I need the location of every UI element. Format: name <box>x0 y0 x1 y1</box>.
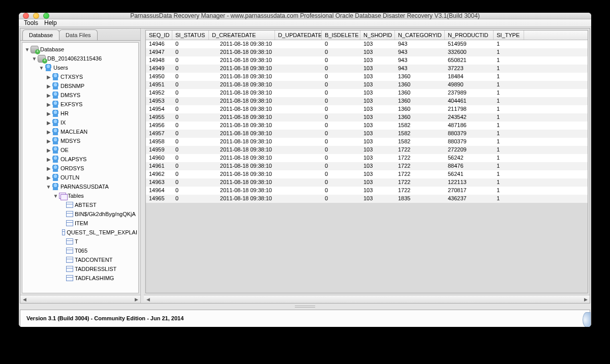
grid-hscroll[interactable]: ◀ ▶ <box>144 295 590 303</box>
table-row[interactable]: 1495202011-08-18 09:38:10010313602379891 <box>146 89 588 97</box>
cell: 1722 <box>395 187 445 195</box>
column-header[interactable]: N_CATEGORYID <box>395 31 445 40</box>
horizontal-splitter[interactable] <box>19 305 591 309</box>
tree-user-olapsys[interactable]: ▶OLAPSYS <box>23 155 137 164</box>
table-row[interactable]: 1496102011-08-18 09:38:1001031722884761 <box>146 162 588 170</box>
cell: 1 <box>494 89 524 97</box>
column-header[interactable]: SI_STATUS <box>172 31 209 40</box>
table-row[interactable]: 1495002011-08-18 09:38:1001031360184841 <box>146 73 588 81</box>
column-header[interactable]: N_PRODUCTID <box>445 31 494 40</box>
table-icon <box>66 266 73 272</box>
scroll-right-icon[interactable]: ▶ <box>582 296 590 303</box>
tree-user-ix[interactable]: ▶IX <box>23 118 137 127</box>
scroll-right-icon[interactable]: ▶ <box>132 296 140 303</box>
table-row[interactable]: 1495302011-08-18 09:38:10010313604044611 <box>146 97 588 105</box>
cell: 650821 <box>445 56 494 65</box>
table-row[interactable]: 1494802011-08-18 09:38:1001039436508211 <box>146 56 588 65</box>
column-header[interactable]: D_CREATEDATE <box>209 31 275 40</box>
menu-help[interactable]: Help <box>44 19 57 26</box>
tree-view[interactable]: ▼Database▼DB_20140623115436▼Users▶CTXSYS… <box>22 42 139 293</box>
cell: 0 <box>172 65 209 73</box>
tree-table[interactable]: T065 <box>23 246 137 255</box>
tree-table[interactable]: ABTEST <box>23 200 137 209</box>
tree-user-outln[interactable]: ▶OUTLN <box>23 173 137 182</box>
table-row[interactable]: 1495502011-08-18 09:38:10010313602435421 <box>146 113 588 122</box>
tree-label: ORDSYS <box>60 165 84 171</box>
tree-user-exfsys[interactable]: ▶EXFSYS <box>23 100 137 109</box>
tree-users[interactable]: ▼Users <box>23 63 137 72</box>
table-row[interactable]: 1495402011-08-18 09:38:10010313602117981 <box>146 105 588 113</box>
scroll-left-icon[interactable]: ◀ <box>20 296 28 303</box>
cell: 2011-08-18 09:38:10 <box>209 56 275 65</box>
cell: 103 <box>360 73 395 81</box>
scroll-nub-icon[interactable] <box>583 312 591 327</box>
minimize-icon[interactable] <box>33 13 39 19</box>
tree-table[interactable]: TADDRESSLIST <box>23 264 137 274</box>
table-row[interactable]: 1495102011-08-18 09:38:1001031360498901 <box>146 81 588 89</box>
cell: 103 <box>360 65 395 73</box>
close-icon[interactable] <box>23 13 29 19</box>
tree-user-hr[interactable]: ▶HR <box>23 109 137 118</box>
grid-body[interactable]: 1494602011-08-18 09:38:10010394351495911… <box>146 40 588 293</box>
table-row[interactable]: 1496202011-08-18 09:38:1001031722562411 <box>146 170 588 178</box>
cell: 0 <box>172 170 209 178</box>
table-row[interactable]: 1495902011-08-18 09:38:10010317222722091 <box>146 146 588 154</box>
table-row[interactable]: 1496302011-08-18 09:38:10010317221221131 <box>146 178 588 187</box>
table-row[interactable]: 1495702011-08-18 09:38:10010315828803791 <box>146 130 588 138</box>
tree-user-ctxsys[interactable]: ▶CTXSYS <box>23 72 137 81</box>
cell: 0 <box>322 48 360 56</box>
column-header[interactable]: SI_TYPE <box>494 31 524 40</box>
tree-label: CTXSYS <box>60 74 83 80</box>
column-header[interactable]: B_ISDELETE <box>322 31 360 40</box>
tab-database[interactable]: Database <box>22 29 59 40</box>
tree-table[interactable]: ITEM <box>23 219 137 228</box>
tree-root[interactable]: ▼Database <box>23 45 137 54</box>
table-icon <box>62 229 65 235</box>
tree-user-maclean[interactable]: ▶MACLEAN <box>23 127 137 136</box>
table-row[interactable]: 1495602011-08-18 09:38:10010315824871861 <box>146 122 588 130</box>
scroll-left-icon[interactable]: ◀ <box>144 296 152 303</box>
tree-db[interactable]: ▼DB_20140623115436 <box>23 54 137 63</box>
zoom-icon[interactable] <box>43 13 49 19</box>
tab-data-files[interactable]: Data Files <box>59 29 98 40</box>
cell: 0 <box>172 48 209 56</box>
tree-table[interactable]: QUEST_SL_TEMP_EXPLAI <box>23 228 137 237</box>
tree-user-mdsys[interactable]: ▶MDSYS <box>23 136 137 145</box>
table-row[interactable]: 1495802011-08-18 09:38:10010315828803791 <box>146 138 588 146</box>
table-row[interactable]: 1494902011-08-18 09:38:100103943372231 <box>146 65 588 73</box>
tree-user-ordsys[interactable]: ▶ORDSYS <box>23 164 137 173</box>
cell: 1360 <box>395 73 445 81</box>
column-header[interactable]: N_SHOPID <box>360 31 395 40</box>
tree-user-oe[interactable]: ▶OE <box>23 145 137 155</box>
user-icon <box>52 146 59 154</box>
sidebar-hscroll[interactable]: ◀ ▶ <box>20 295 140 303</box>
column-header[interactable]: SEQ_ID <box>146 31 172 40</box>
tree-tables[interactable]: ▼Tables <box>23 191 137 200</box>
cell: 1 <box>494 162 524 170</box>
menu-tools[interactable]: Tools <box>24 19 38 26</box>
tree-user-dmsys[interactable]: ▶DMSYS <box>23 90 137 100</box>
table-row[interactable]: 1496402011-08-18 09:38:10010317222708171 <box>146 187 588 195</box>
column-header[interactable]: D_UPDATEDATE <box>275 31 322 40</box>
tree-table[interactable]: BIN$/Gk2dhByg/ngQKjA <box>23 209 137 219</box>
table-row[interactable]: 1494602011-08-18 09:38:1001039435149591 <box>146 40 588 48</box>
tree-user-dbsnmp[interactable]: ▶DBSNMP <box>23 81 137 90</box>
table-row[interactable]: 1494702011-08-18 09:38:1001039433326001 <box>146 48 588 56</box>
cell: 0 <box>322 146 360 154</box>
cell: 0 <box>172 138 209 146</box>
cell <box>275 195 322 203</box>
cell <box>275 187 322 195</box>
tree-table[interactable]: TADCONTENT <box>23 255 137 264</box>
table-row[interactable]: 1496502011-08-18 09:38:10010318354362371 <box>146 195 588 203</box>
cell: 1 <box>494 105 524 113</box>
cell: 1 <box>494 130 524 138</box>
table-row[interactable]: 1496002011-08-18 09:38:1001031722562421 <box>146 154 588 162</box>
cell: 2011-08-18 09:38:10 <box>209 89 275 97</box>
tree-table[interactable]: TADFLASHIMG <box>23 274 137 283</box>
cell: 270817 <box>445 187 494 195</box>
tree-table[interactable]: T <box>23 237 137 246</box>
tree-label: OUTLN <box>60 174 79 180</box>
tree-user-parnassusdata[interactable]: ▼PARNASSUSDATA <box>23 182 137 191</box>
cell: 1 <box>494 48 524 56</box>
users-icon <box>45 64 52 71</box>
